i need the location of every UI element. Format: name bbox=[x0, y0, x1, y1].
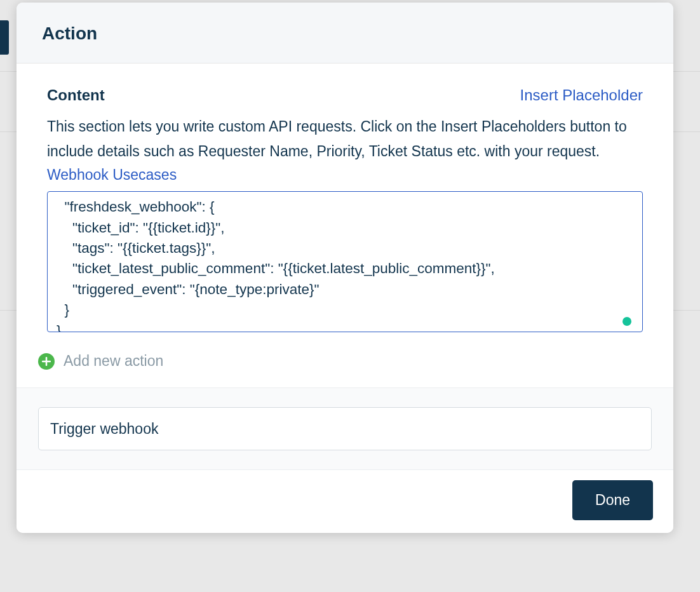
content-header-row: Content Insert Placeholder bbox=[47, 86, 643, 104]
add-action-section[interactable]: Add new action bbox=[17, 353, 673, 387]
add-action-label: Add new action bbox=[64, 353, 163, 370]
done-button[interactable]: Done bbox=[572, 480, 653, 520]
webhook-usecases-link[interactable]: Webhook Usecases bbox=[47, 166, 177, 184]
insert-placeholder-link[interactable]: Insert Placeholder bbox=[520, 86, 643, 104]
code-wrapper bbox=[47, 191, 643, 335]
plus-circle-icon bbox=[38, 353, 55, 370]
trigger-section bbox=[17, 387, 673, 470]
modal-header: Action bbox=[17, 3, 673, 64]
content-label: Content bbox=[47, 86, 105, 104]
modal-footer: Done bbox=[17, 470, 673, 533]
content-description: This section lets you write custom API r… bbox=[47, 114, 643, 164]
action-modal: Action Content Insert Placeholder This s… bbox=[17, 3, 673, 533]
action-name-input[interactable] bbox=[38, 407, 652, 450]
modal-title: Action bbox=[42, 24, 648, 44]
background-sidebar-tab bbox=[0, 20, 9, 55]
webhook-content-textarea[interactable] bbox=[47, 191, 643, 332]
modal-body: Content Insert Placeholder This section … bbox=[17, 64, 673, 353]
